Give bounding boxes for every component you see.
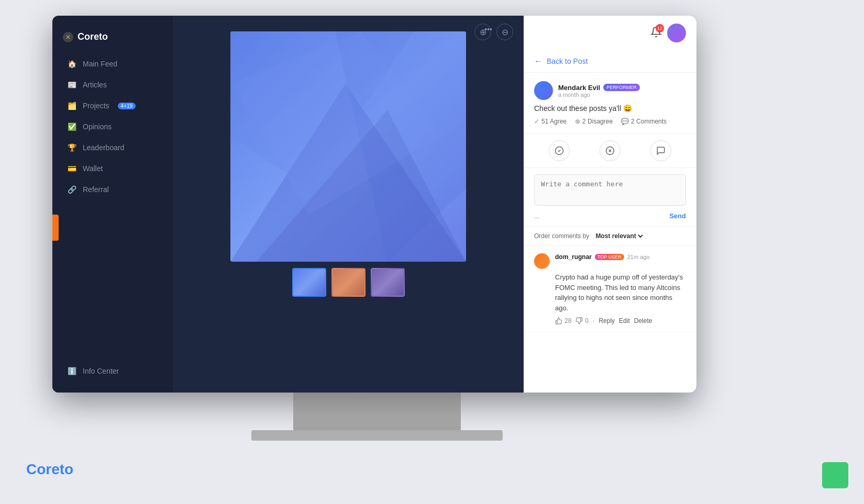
comment-votes-down: 0 [575,317,589,324]
projects-badge: 4+19 [118,103,136,109]
author-avatar [534,81,553,100]
sidebar-label-referral: Referral [83,185,109,194]
message-icon [656,146,666,155]
sidebar-label-articles: Articles [83,81,107,89]
comment-header: dom_rugnar TOP USER 21m ago [534,253,686,269]
agree-count: 51 Agree [541,118,567,125]
notification-badge: 12 [656,24,664,32]
comment-actions: 28 0 · Reply Edit Delete [555,317,686,324]
notification-button[interactable]: 12 [650,26,662,40]
emoji-picker[interactable]: ... [534,212,539,220]
sidebar-item-opinions[interactable]: ✅ Opinions [57,117,169,137]
check-circle-icon: ✓ [534,118,539,125]
monitor-base [251,430,503,441]
main-image [230,31,466,262]
image-svg [230,31,466,262]
comments-count: 2 Comments [631,118,667,125]
topbar-actions: ⊕ ⊖ [474,24,524,40]
sidebar-label-opinions: Opinions [83,122,112,131]
logo-area: ✕ Coreto [52,26,173,53]
sidebar-item-main-feed[interactable]: 🏠 Main Feed [57,54,169,74]
close-icon[interactable]: ✕ [63,32,73,42]
thumbnail-1[interactable] [292,268,326,297]
post-text: Check out these posts ya'll 😄 [534,104,686,113]
sidebar-item-referral[interactable]: 🔗 Referral [57,180,169,199]
disagree-stat: ⊗ 2 Disagree [575,118,613,125]
disagree-count: 2 Disagree [582,118,613,125]
agree-stat: ✓ 51 Agree [534,118,567,125]
referral-icon: 🔗 [67,185,76,194]
sidebar-item-wallet[interactable]: 💳 Wallet [57,159,169,178]
comment-text: Crypto had a huge pump off of yesterday'… [555,272,686,313]
thumbs-down-icon [575,317,583,324]
sidebar-item-info-center[interactable]: ℹ️ Info Center [57,361,169,381]
post-author: Mendark Evil PERFORMER a month ago [534,81,686,100]
author-info: Mendark Evil PERFORMER a month ago [558,84,640,98]
opinions-icon: ✅ [67,122,76,131]
back-arrow-icon: ← [534,57,542,66]
comment-separator: · [593,317,594,324]
delete-button[interactable]: Delete [634,317,652,324]
sidebar-bottom-nav: ℹ️ Info Center [52,361,173,381]
comment-input[interactable] [534,174,686,206]
send-button[interactable]: Send [669,212,686,220]
comment-item: dom_rugnar TOP USER 21m ago Crypto had a… [524,246,696,332]
comment-icon: 💬 [621,118,629,125]
sidebar-bottom: ℹ️ Info Center [52,360,173,382]
sidebar-label-wallet: Wallet [83,164,103,173]
x-circle-icon: ⊗ [575,118,580,125]
comments-order: Order comments by Most relevant Newest O… [524,227,696,246]
check-icon [555,146,564,155]
order-label: Order comments by [534,232,589,240]
orange-tab [52,215,59,241]
author-name: Mendark Evil [558,84,600,92]
comment-input-area: ... Send [524,168,696,227]
votes-down-count: 0 [585,317,589,324]
home-icon: 🏠 [67,59,76,69]
green-square-decoration [822,462,848,488]
performer-badge: PERFORMER [603,84,640,91]
sidebar-navigation: 🏠 Main Feed 📰 Articles 🗂️ Projects 4+19 … [52,54,173,199]
thumbnail-2[interactable] [331,268,365,297]
right-panel-header: 12 [524,16,696,50]
reaction-buttons [524,134,696,168]
back-to-post-button[interactable]: ← Back to Post [524,50,696,73]
order-select[interactable]: Most relevant Newest Oldest [593,232,645,240]
page-brand: Coreto [26,461,73,478]
sidebar-item-projects[interactable]: 🗂️ Projects 4+19 [57,96,169,116]
user-avatar[interactable] [667,24,686,42]
edit-button[interactable]: Edit [619,317,630,324]
commenter-info: dom_rugnar TOP USER 21m ago [555,253,650,261]
reply-button[interactable]: Reply [599,317,615,324]
wallet-icon: 💳 [67,164,76,173]
main-content: ⊕ ⊖ ••• [173,16,524,393]
thumbnail-3[interactable] [371,268,405,297]
image-viewer [230,31,466,262]
author-name-row: Mendark Evil PERFORMER [558,84,640,92]
agree-button[interactable] [549,140,570,161]
articles-icon: 📰 [67,80,76,89]
commenter-avatar [534,253,550,269]
sidebar-label-info-center: Info Center [83,367,119,375]
disagree-button[interactable] [600,140,621,161]
more-options[interactable]: ••• [484,25,492,33]
sidebar-label-projects: Projects [83,102,109,110]
comment-votes-up: 28 [555,317,571,324]
commenter-name-row: dom_rugnar TOP USER 21m ago [555,253,650,261]
sidebar-item-leaderboard[interactable]: 🏆 Leaderboard [57,138,169,158]
comment-time: 21m ago [627,254,650,260]
x-icon [605,146,615,155]
comment-button[interactable] [650,140,671,161]
comment-input-footer: ... Send [534,212,686,220]
minus-button[interactable]: ⊖ [496,24,513,40]
thumbnails-row [292,268,405,297]
sidebar-item-articles[interactable]: 📰 Articles [57,75,169,95]
right-panel: 12 ← Back to Post Mendark Evil PERFORMER… [524,16,696,393]
sidebar: ✕ Coreto 🏠 Main Feed 📰 Articles 🗂️ Proje… [52,16,173,393]
commenter-name: dom_rugnar [555,253,592,261]
info-icon: ℹ️ [67,366,76,376]
top-user-badge: TOP USER [595,254,624,260]
sidebar-label-leaderboard: Leaderboard [83,143,124,152]
back-to-post-label: Back to Post [547,57,588,65]
logo-text: Coreto [77,31,108,42]
